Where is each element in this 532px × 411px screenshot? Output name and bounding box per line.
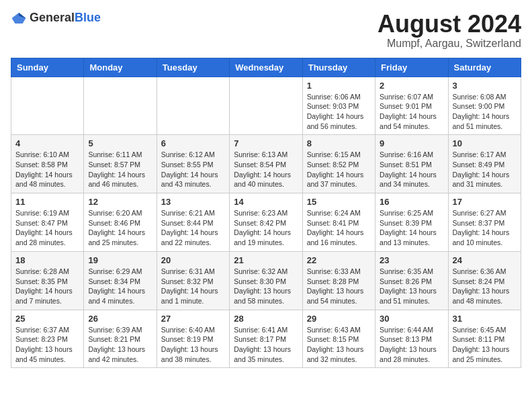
day-number: 26 — [88, 314, 152, 324]
calendar-cell: 18Sunrise: 6:28 AMSunset: 8:35 PMDayligh… — [11, 251, 84, 310]
day-number: 18 — [15, 255, 79, 265]
calendar-cell: 25Sunrise: 6:37 AMSunset: 8:23 PMDayligh… — [11, 310, 84, 368]
day-number: 17 — [453, 197, 517, 207]
day-number: 10 — [453, 138, 517, 148]
day-of-week-header: Thursday — [302, 58, 375, 77]
day-info: Sunrise: 6:11 AMSunset: 8:57 PMDaylight:… — [88, 150, 152, 189]
calendar-table: SundayMondayTuesdayWednesdayThursdayFrid… — [11, 58, 521, 369]
calendar-cell: 26Sunrise: 6:39 AMSunset: 8:21 PMDayligh… — [84, 310, 157, 368]
day-number: 3 — [453, 81, 517, 91]
day-number: 25 — [15, 314, 79, 324]
day-info: Sunrise: 6:21 AMSunset: 8:44 PMDaylight:… — [161, 208, 225, 248]
calendar-cell: 12Sunrise: 6:20 AMSunset: 8:46 PMDayligh… — [84, 193, 157, 252]
day-of-week-header: Saturday — [448, 58, 521, 77]
calendar-cell: 31Sunrise: 6:45 AMSunset: 8:11 PMDayligh… — [448, 310, 521, 368]
main-title: August 2024 — [378, 11, 521, 38]
calendar-cell: 24Sunrise: 6:36 AMSunset: 8:24 PMDayligh… — [448, 251, 521, 310]
day-info: Sunrise: 6:23 AMSunset: 8:42 PMDaylight:… — [234, 208, 298, 248]
day-info: Sunrise: 6:43 AMSunset: 8:15 PMDaylight:… — [307, 325, 371, 365]
day-number: 1 — [307, 81, 371, 91]
day-info: Sunrise: 6:45 AMSunset: 8:11 PMDaylight:… — [453, 325, 517, 365]
day-info: Sunrise: 6:39 AMSunset: 8:21 PMDaylight:… — [88, 325, 152, 365]
calendar-cell: 15Sunrise: 6:24 AMSunset: 8:41 PMDayligh… — [302, 193, 375, 252]
day-number: 21 — [234, 255, 298, 265]
day-of-week-header: Friday — [375, 58, 448, 77]
day-info: Sunrise: 6:40 AMSunset: 8:19 PMDaylight:… — [161, 325, 225, 365]
day-number: 2 — [380, 81, 443, 91]
day-info: Sunrise: 6:17 AMSunset: 8:49 PMDaylight:… — [453, 150, 517, 189]
logo-general: General — [30, 11, 75, 24]
calendar-week-row: 25Sunrise: 6:37 AMSunset: 8:23 PMDayligh… — [11, 310, 521, 368]
day-info: Sunrise: 6:35 AMSunset: 8:26 PMDaylight:… — [380, 267, 443, 306]
day-info: Sunrise: 6:10 AMSunset: 8:58 PMDaylight:… — [15, 150, 79, 189]
day-number: 19 — [88, 255, 152, 265]
day-number: 7 — [234, 138, 298, 148]
day-number: 14 — [234, 197, 298, 207]
calendar-cell: 23Sunrise: 6:35 AMSunset: 8:26 PMDayligh… — [375, 251, 448, 310]
calendar-cell: 6Sunrise: 6:12 AMSunset: 8:55 PMDaylight… — [157, 135, 229, 193]
calendar-cell — [230, 77, 302, 135]
calendar-cell — [84, 77, 157, 135]
day-info: Sunrise: 6:29 AMSunset: 8:34 PMDaylight:… — [88, 267, 152, 306]
calendar-cell: 4Sunrise: 6:10 AMSunset: 8:58 PMDaylight… — [11, 135, 84, 193]
day-number: 9 — [380, 138, 443, 148]
calendar-cell: 8Sunrise: 6:15 AMSunset: 8:52 PMDaylight… — [302, 135, 375, 193]
sub-title: Mumpf, Aargau, Switzerland — [378, 38, 521, 50]
day-info: Sunrise: 6:08 AMSunset: 9:00 PMDaylight:… — [453, 92, 517, 132]
page-header: GeneralBlue August 2024 Mumpf, Aargau, S… — [11, 11, 521, 50]
day-number: 22 — [307, 255, 371, 265]
calendar-week-row: 11Sunrise: 6:19 AMSunset: 8:47 PMDayligh… — [11, 193, 521, 252]
calendar-cell — [11, 77, 84, 135]
calendar-cell: 9Sunrise: 6:16 AMSunset: 8:51 PMDaylight… — [375, 135, 448, 193]
calendar-cell: 10Sunrise: 6:17 AMSunset: 8:49 PMDayligh… — [448, 135, 521, 193]
calendar-cell: 7Sunrise: 6:13 AMSunset: 8:54 PMDaylight… — [230, 135, 302, 193]
calendar-cell: 27Sunrise: 6:40 AMSunset: 8:19 PMDayligh… — [157, 310, 229, 368]
calendar-cell — [157, 77, 229, 135]
day-number: 11 — [15, 197, 79, 207]
calendar-cell: 11Sunrise: 6:19 AMSunset: 8:47 PMDayligh… — [11, 193, 84, 252]
day-number: 28 — [234, 314, 298, 324]
day-number: 5 — [88, 138, 152, 148]
day-info: Sunrise: 6:06 AMSunset: 9:03 PMDaylight:… — [307, 92, 371, 132]
day-number: 6 — [161, 138, 225, 148]
calendar-week-row: 1Sunrise: 6:06 AMSunset: 9:03 PMDaylight… — [11, 77, 521, 135]
day-info: Sunrise: 6:27 AMSunset: 8:37 PMDaylight:… — [453, 208, 517, 248]
calendar-cell: 2Sunrise: 6:07 AMSunset: 9:01 PMDaylight… — [375, 77, 448, 135]
day-info: Sunrise: 6:28 AMSunset: 8:35 PMDaylight:… — [15, 267, 79, 306]
day-info: Sunrise: 6:25 AMSunset: 8:39 PMDaylight:… — [380, 208, 443, 248]
calendar-cell: 29Sunrise: 6:43 AMSunset: 8:15 PMDayligh… — [302, 310, 375, 368]
day-number: 27 — [161, 314, 225, 324]
day-number: 31 — [453, 314, 517, 324]
day-info: Sunrise: 6:44 AMSunset: 8:13 PMDaylight:… — [380, 325, 443, 365]
title-block: August 2024 Mumpf, Aargau, Switzerland — [378, 11, 521, 50]
day-info: Sunrise: 6:36 AMSunset: 8:24 PMDaylight:… — [453, 267, 517, 306]
logo: GeneralBlue — [11, 11, 101, 25]
calendar-cell: 13Sunrise: 6:21 AMSunset: 8:44 PMDayligh… — [157, 193, 229, 252]
day-number: 15 — [307, 197, 371, 207]
day-info: Sunrise: 6:07 AMSunset: 9:01 PMDaylight:… — [380, 92, 443, 132]
day-number: 29 — [307, 314, 371, 324]
calendar-week-row: 18Sunrise: 6:28 AMSunset: 8:35 PMDayligh… — [11, 251, 521, 310]
day-of-week-header: Monday — [84, 58, 157, 77]
day-info: Sunrise: 6:16 AMSunset: 8:51 PMDaylight:… — [380, 150, 443, 189]
day-number: 16 — [380, 197, 443, 207]
day-number: 4 — [15, 138, 79, 148]
day-info: Sunrise: 6:15 AMSunset: 8:52 PMDaylight:… — [307, 150, 371, 189]
day-info: Sunrise: 6:12 AMSunset: 8:55 PMDaylight:… — [161, 150, 225, 189]
day-number: 24 — [453, 255, 517, 265]
calendar-cell: 30Sunrise: 6:44 AMSunset: 8:13 PMDayligh… — [375, 310, 448, 368]
day-of-week-header: Sunday — [11, 58, 84, 77]
day-info: Sunrise: 6:37 AMSunset: 8:23 PMDaylight:… — [15, 325, 79, 365]
day-info: Sunrise: 6:20 AMSunset: 8:46 PMDaylight:… — [88, 208, 152, 248]
day-number: 8 — [307, 138, 371, 148]
calendar-cell: 17Sunrise: 6:27 AMSunset: 8:37 PMDayligh… — [448, 193, 521, 252]
calendar-cell: 14Sunrise: 6:23 AMSunset: 8:42 PMDayligh… — [230, 193, 302, 252]
calendar-cell: 5Sunrise: 6:11 AMSunset: 8:57 PMDaylight… — [84, 135, 157, 193]
calendar-cell: 21Sunrise: 6:32 AMSunset: 8:30 PMDayligh… — [230, 251, 302, 310]
calendar-cell: 1Sunrise: 6:06 AMSunset: 9:03 PMDaylight… — [302, 77, 375, 135]
calendar-cell: 3Sunrise: 6:08 AMSunset: 9:00 PMDaylight… — [448, 77, 521, 135]
day-number: 20 — [161, 255, 225, 265]
day-info: Sunrise: 6:13 AMSunset: 8:54 PMDaylight:… — [234, 150, 298, 189]
day-info: Sunrise: 6:19 AMSunset: 8:47 PMDaylight:… — [15, 208, 79, 248]
day-info: Sunrise: 6:41 AMSunset: 8:17 PMDaylight:… — [234, 325, 298, 365]
